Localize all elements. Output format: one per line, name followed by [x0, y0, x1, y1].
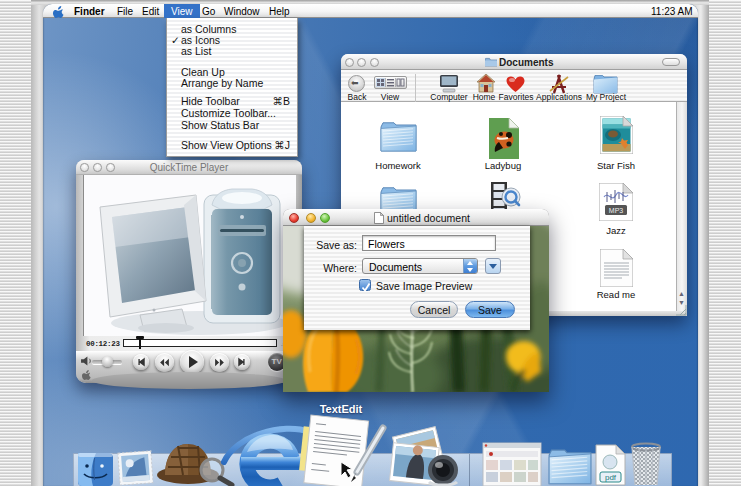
svg-text:MP3: MP3: [609, 207, 624, 214]
svg-text:pdf: pdf: [605, 473, 617, 482]
